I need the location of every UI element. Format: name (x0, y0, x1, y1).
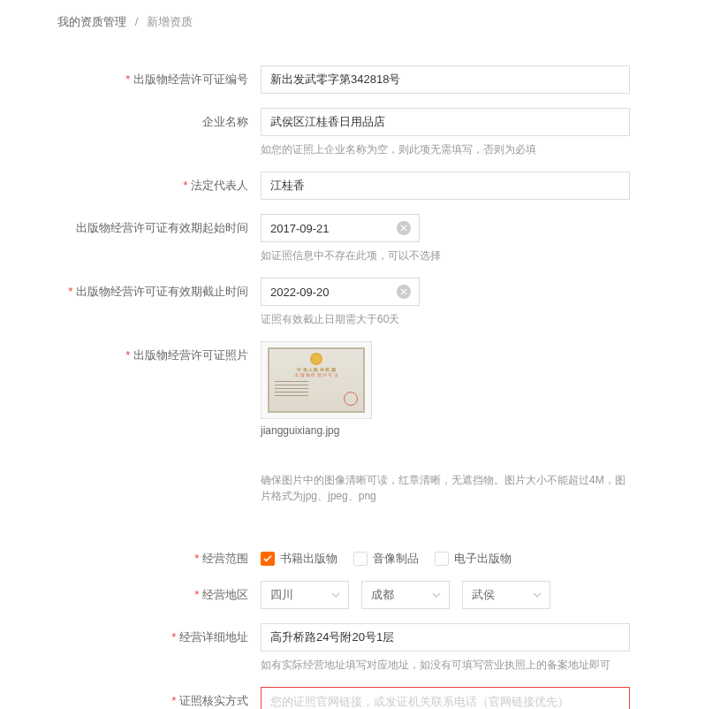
scope-option-ebook[interactable]: 电子出版物 (435, 551, 512, 567)
city-select[interactable]: 成都 (361, 581, 450, 609)
photo-filename: jiangguixiang.jpg (261, 424, 684, 437)
photo-label: 出版物经营许可证照片 (57, 341, 261, 363)
city-value: 成都 (371, 587, 394, 603)
checkbox-icon (435, 552, 449, 566)
checkbox-icon (261, 552, 275, 566)
company-name-hint: 如您的证照上企业名称为空，则此项无需填写，否则为必填 (261, 141, 684, 157)
scope-label: 经营范围 (57, 545, 261, 567)
end-date-input[interactable] (261, 278, 420, 306)
clear-icon[interactable] (397, 285, 411, 299)
district-select[interactable]: 武侯 (462, 581, 550, 609)
legal-rep-input[interactable] (261, 172, 630, 200)
verify-input[interactable] (261, 687, 630, 709)
district-value: 武侯 (472, 587, 495, 603)
clear-icon[interactable] (397, 221, 411, 235)
scope-option-label: 音像制品 (373, 551, 419, 567)
start-date-label: 出版物经营许可证有效期起始时间 (57, 214, 261, 236)
breadcrumb-current: 新增资质 (147, 15, 193, 28)
scope-option-audio[interactable]: 音像制品 (353, 551, 419, 567)
breadcrumb: 我的资质管理 / 新增资质 (57, 14, 684, 30)
verify-label: 证照核实方式 (57, 687, 261, 709)
scope-option-label: 书籍出版物 (280, 551, 337, 567)
company-name-input[interactable] (261, 108, 630, 136)
checkbox-icon (353, 552, 368, 566)
license-number-label: 出版物经营许可证编号 (57, 65, 261, 88)
scope-option-books[interactable]: 书籍出版物 (261, 551, 337, 567)
region-label: 经营地区 (57, 581, 261, 603)
breadcrumb-parent[interactable]: 我的资质管理 (57, 15, 126, 28)
province-value: 四川 (270, 587, 293, 603)
address-hint: 如有实际经营地址填写对应地址，如没有可填写营业执照上的备案地址即可 (261, 657, 684, 673)
scope-checkbox-group: 书籍出版物 音像制品 电子出版物 (261, 545, 684, 567)
start-date-hint: 如证照信息中不存在此项，可以不选择 (261, 248, 684, 263)
address-input[interactable] (261, 623, 630, 652)
start-date-input[interactable] (261, 214, 420, 242)
chevron-down-icon (330, 590, 341, 600)
chevron-down-icon (532, 590, 542, 600)
photo-hint: 确保图片中的图像清晰可读，红章清晰，无遮挡物。图片大小不能超过4M，图片格式为j… (261, 472, 630, 504)
scope-option-label: 电子出版物 (454, 551, 512, 567)
legal-rep-label: 法定代表人 (57, 172, 261, 194)
license-photo-thumbnail[interactable]: 中 华 人 民 共 和 国 出 版 物 经 营 许 可 证 (261, 341, 372, 419)
chevron-down-icon (431, 590, 442, 600)
breadcrumb-separator: / (135, 15, 139, 28)
company-name-label: 企业名称 (57, 108, 261, 130)
license-number-input[interactable] (261, 65, 630, 94)
address-label: 经营详细地址 (57, 623, 261, 645)
end-date-hint: 证照有效截止日期需大于60天 (261, 311, 684, 327)
province-select[interactable]: 四川 (261, 581, 349, 609)
end-date-label: 出版物经营许可证有效期截止时间 (57, 278, 261, 300)
